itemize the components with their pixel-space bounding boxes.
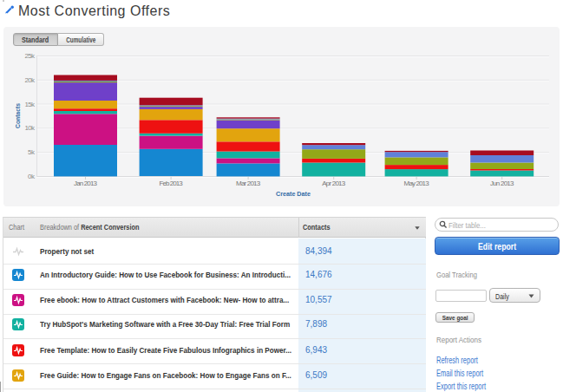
svg-text:Apr 2013: Apr 2013 xyxy=(322,180,346,187)
svg-text:Feb 2013: Feb 2013 xyxy=(160,180,184,187)
svg-text:0k: 0k xyxy=(28,173,36,180)
svg-text:Create Date: Create Date xyxy=(276,190,311,198)
svg-text:Jan 2013: Jan 2013 xyxy=(74,180,98,187)
svg-text:20k: 20k xyxy=(25,76,36,84)
svg-text:10k: 10k xyxy=(25,124,36,132)
svg-text:May 2013: May 2013 xyxy=(404,180,430,187)
svg-text:5k: 5k xyxy=(28,148,36,156)
svg-text:Contacts: Contacts xyxy=(14,103,22,128)
svg-text:15k: 15k xyxy=(25,101,36,108)
svg-text:25k: 25k xyxy=(25,52,36,60)
svg-text:Mar 2013: Mar 2013 xyxy=(236,180,261,187)
svg-text:Jun 2013: Jun 2013 xyxy=(490,180,514,187)
